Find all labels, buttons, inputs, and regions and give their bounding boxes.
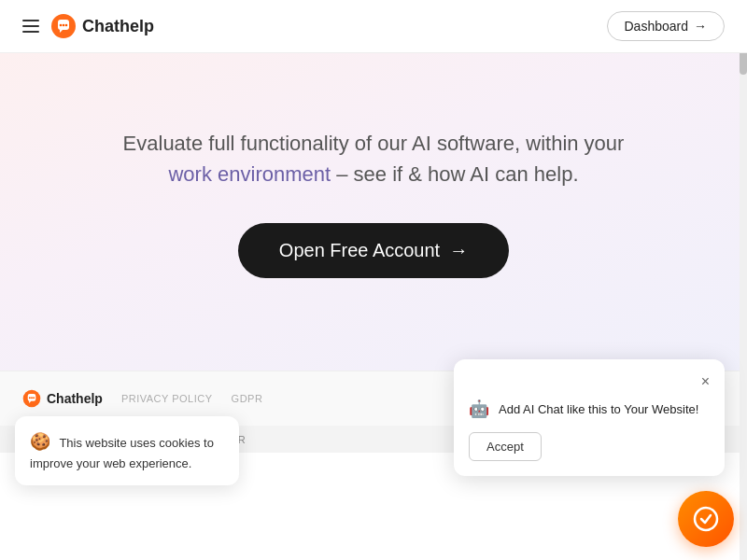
- cookie-icon: 🍪: [30, 432, 50, 451]
- chat-cta-circle-button[interactable]: [678, 491, 734, 547]
- svg-point-1: [60, 24, 63, 27]
- chat-popup: × 🤖 Add AI Chat like this to Your Websit…: [454, 359, 725, 476]
- footer-logo-text: Chathelp: [47, 391, 103, 406]
- chat-popup-message: Add AI Chat like this to Your Website!: [499, 402, 698, 416]
- headline-part2: work environment: [168, 162, 331, 186]
- footer-logo-icon: [22, 389, 41, 408]
- scrollbar-track: [740, 0, 747, 560]
- logo-icon: [50, 13, 77, 39]
- headline-part3: – see if & how AI can help.: [331, 162, 578, 186]
- hamburger-icon[interactable]: [22, 20, 39, 33]
- chat-close-button[interactable]: ×: [701, 374, 710, 389]
- dashboard-arrow: →: [694, 19, 707, 34]
- open-free-account-button[interactable]: Open Free Account →: [238, 223, 509, 278]
- cta-arrow: →: [449, 240, 468, 261]
- chat-popup-header: ×: [469, 374, 710, 389]
- cta-label: Open Free Account: [279, 240, 440, 261]
- logo-text: Chathelp: [82, 17, 154, 36]
- dashboard-button[interactable]: Dashboard →: [607, 11, 726, 41]
- svg-point-18: [695, 508, 717, 530]
- cookie-text: This website uses cookies to improve you…: [30, 436, 214, 470]
- header: Chathelp Dashboard →: [0, 0, 747, 53]
- privacy-policy-link[interactable]: PRIVACY POLICY: [121, 393, 213, 404]
- headline: Evaluate full functionality of our AI so…: [123, 128, 625, 189]
- svg-point-2: [63, 24, 65, 27]
- headline-part1: Evaluate full functionality of our AI so…: [123, 132, 625, 155]
- header-left: Chathelp: [22, 13, 154, 39]
- svg-point-3: [65, 24, 68, 27]
- chat-bot-emoji: 🤖: [469, 399, 489, 419]
- svg-point-5: [29, 397, 31, 399]
- gdpr-link[interactable]: GDPR: [232, 393, 263, 404]
- logo[interactable]: Chathelp: [50, 13, 154, 39]
- footer-logo: Chathelp: [22, 389, 103, 408]
- main-content: Evaluate full functionality of our AI so…: [0, 53, 747, 371]
- chat-accept-button[interactable]: Accept: [469, 432, 542, 461]
- cookie-banner: 🍪 This website uses cookies to improve y…: [15, 416, 239, 486]
- dashboard-label: Dashboard: [625, 19, 689, 34]
- chat-cta-icon: [692, 505, 720, 533]
- chat-popup-body: 🤖 Add AI Chat like this to Your Website!: [469, 399, 710, 419]
- svg-point-6: [31, 397, 33, 399]
- svg-point-7: [33, 397, 35, 399]
